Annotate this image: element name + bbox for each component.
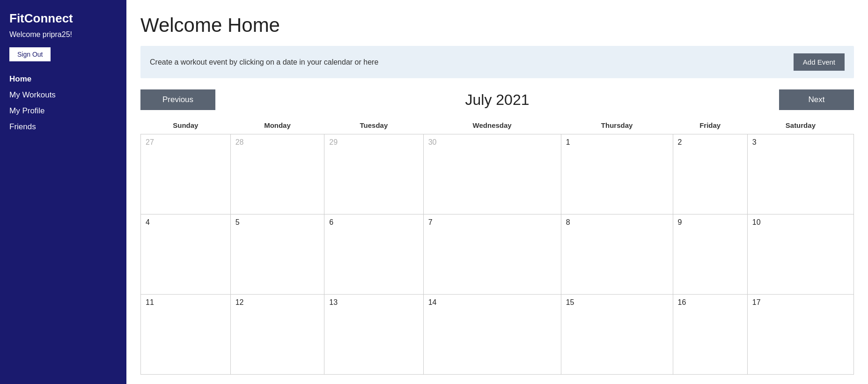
calendar-day-cell[interactable]: 10 <box>747 214 853 295</box>
banner-text: Create a workout event by clicking on a … <box>150 58 378 66</box>
calendar-week-row: 45678910 <box>141 214 854 295</box>
calendar-day-cell[interactable]: 13 <box>324 295 423 375</box>
calendar-day-cell[interactable]: 12 <box>230 295 324 375</box>
month-year-label: July 2021 <box>465 91 530 109</box>
add-event-banner: Create a workout event by clicking on a … <box>140 46 854 78</box>
calendar-day-cell[interactable]: 7 <box>423 214 561 295</box>
calendar-day-cell[interactable]: 17 <box>747 295 853 375</box>
col-sunday: Sunday <box>141 118 231 134</box>
page-title: Welcome Home <box>140 14 854 37</box>
sidebar-item-friends[interactable]: Friends <box>9 120 117 133</box>
calendar-day-cell[interactable]: 27 <box>141 134 231 214</box>
col-monday: Monday <box>230 118 324 134</box>
calendar-day-cell[interactable]: 8 <box>561 214 673 295</box>
calendar-nav: Previous July 2021 Next <box>140 89 854 110</box>
col-friday: Friday <box>673 118 747 134</box>
calendar-day-cell[interactable]: 3 <box>747 134 853 214</box>
calendar-week-row: 11121314151617 <box>141 295 854 375</box>
sidebar: FitConnect Welcome pripra25! Sign Out Ho… <box>0 0 126 384</box>
app-title: FitConnect <box>9 11 117 26</box>
calendar-day-cell[interactable]: 4 <box>141 214 231 295</box>
calendar-day-cell[interactable]: 5 <box>230 214 324 295</box>
col-thursday: Thursday <box>561 118 673 134</box>
calendar-day-cell[interactable]: 6 <box>324 214 423 295</box>
calendar-week-row: 27282930123 <box>141 134 854 214</box>
sidebar-item-my-workouts[interactable]: My Workouts <box>9 89 117 102</box>
col-tuesday: Tuesday <box>324 118 423 134</box>
calendar-day-cell[interactable]: 28 <box>230 134 324 214</box>
previous-button[interactable]: Previous <box>140 89 215 110</box>
calendar-day-cell[interactable]: 16 <box>673 295 747 375</box>
welcome-text: Welcome pripra25! <box>9 30 117 39</box>
calendar-day-cell[interactable]: 1 <box>561 134 673 214</box>
sign-out-button[interactable]: Sign Out <box>9 47 51 61</box>
next-button[interactable]: Next <box>779 89 854 110</box>
calendar-day-cell[interactable]: 11 <box>141 295 231 375</box>
calendar-day-cell[interactable]: 30 <box>423 134 561 214</box>
calendar-day-cell[interactable]: 29 <box>324 134 423 214</box>
add-event-button[interactable]: Add Event <box>794 53 845 71</box>
main-content: Welcome Home Create a workout event by c… <box>126 0 868 384</box>
col-saturday: Saturday <box>747 118 853 134</box>
sidebar-item-my-profile[interactable]: My Profile <box>9 104 117 118</box>
calendar-day-cell[interactable]: 14 <box>423 295 561 375</box>
calendar-day-cell[interactable]: 2 <box>673 134 747 214</box>
calendar-header-row: Sunday Monday Tuesday Wednesday Thursday… <box>141 118 854 134</box>
sidebar-item-home[interactable]: Home <box>9 73 117 86</box>
calendar-table: Sunday Monday Tuesday Wednesday Thursday… <box>140 118 854 375</box>
calendar-day-cell[interactable]: 9 <box>673 214 747 295</box>
calendar-day-cell[interactable]: 15 <box>561 295 673 375</box>
col-wednesday: Wednesday <box>423 118 561 134</box>
